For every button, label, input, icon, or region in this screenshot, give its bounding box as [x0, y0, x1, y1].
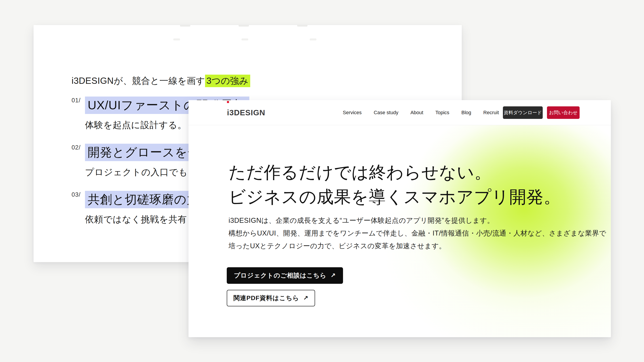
strength-item-2: 02/ 開発とグロースを一 プロジェクトの入口でも — [72, 144, 204, 178]
item-heading: 開発とグロースを一 — [85, 144, 204, 161]
item-number: 03/ — [72, 191, 81, 198]
hero-title-line1: ただ作るだけでは終わらせない。 — [228, 160, 561, 185]
hero-section: ただ作るだけでは終わらせない。 ビジネスの成果を導くスマホアプリ開発。 — [228, 160, 561, 209]
slide-headline-text: i3DESIGNが、競合と一線を画す — [72, 76, 205, 86]
pdf-cta-label: 関連PDF資料はこちら — [234, 294, 299, 302]
consult-cta-button[interactable]: プロジェクトのご相談はこちら ↗ — [227, 267, 343, 284]
hero-paragraph-line3: 培ったUXとテクノロジーの力で、ビジネスの変革を加速させます。 — [228, 240, 606, 252]
item-heading: 共創と切磋琢磨の力 — [85, 191, 203, 208]
cropped-tab-remnant — [297, 25, 308, 26]
stage: i3DESIGNが、競合と一線を画す3つの強み 01/ UX/UIファーストの開… — [0, 0, 644, 362]
website-card: i3DESIGN Services Case study About Topic… — [188, 100, 611, 337]
main-nav: Services Case study About Topics Blog Re… — [343, 100, 499, 125]
download-button[interactable]: 資料ダウンロード — [503, 106, 543, 119]
slide-headline-highlight: 3つの強み — [205, 75, 250, 87]
item-number: 01/ — [72, 97, 81, 104]
hero-paragraph-line2: 構想からUX/UI、開発、運用までをワンチームで伴走し、金融・IT/情報通信・小… — [228, 227, 606, 240]
nav-item-case-study[interactable]: Case study — [374, 110, 398, 115]
strength-item-3: 03/ 共創と切磋琢磨の力 依頼ではなく挑戦を共有 — [72, 191, 203, 225]
north-east-arrow-icon: ↗ — [303, 295, 308, 302]
item-description: 依頼ではなく挑戦を共有 — [85, 213, 203, 225]
pdf-cta-button[interactable]: 関連PDF資料はこちら ↗ — [227, 290, 315, 306]
cropped-dash-remnant — [242, 38, 248, 40]
contact-button[interactable]: お問い合わせ — [547, 106, 580, 119]
logo-red-dot-icon — [227, 101, 229, 103]
site-header: i3DESIGN Services Case study About Topic… — [188, 100, 611, 125]
cropped-tab-remnant — [180, 25, 190, 26]
hero-title-line2: ビジネスの成果を導くスマホアプリ開発。 — [228, 185, 561, 209]
item-description: プロジェクトの入口でも — [85, 166, 204, 178]
nav-item-services[interactable]: Services — [343, 110, 362, 115]
nav-item-about[interactable]: About — [410, 110, 423, 115]
cropped-dash-remnant — [310, 38, 316, 40]
hero-paragraph: i3DESIGNは、企業の成長を支える“ユーザー体験起点のアプリ開発”を提供しま… — [228, 214, 606, 252]
logo-text: i3DESIGN — [227, 108, 265, 117]
nav-item-topics[interactable]: Topics — [435, 110, 449, 115]
item-number: 02/ — [72, 144, 81, 151]
nav-item-recruit[interactable]: Recruit — [483, 110, 499, 115]
cropped-dash-remnant — [173, 38, 180, 40]
cropped-tab-remnant — [238, 25, 249, 26]
nav-item-blog[interactable]: Blog — [461, 110, 471, 115]
logo[interactable]: i3DESIGN — [227, 100, 265, 125]
consult-cta-label: プロジェクトのご相談はこちら — [234, 271, 326, 280]
hero-paragraph-line1: i3DESIGNは、企業の成長を支える“ユーザー体験起点のアプリ開発”を提供しま… — [228, 214, 606, 227]
north-east-arrow-icon: ↗ — [330, 272, 336, 279]
slide-headline: i3DESIGNが、競合と一線を画す3つの強み — [72, 75, 250, 87]
